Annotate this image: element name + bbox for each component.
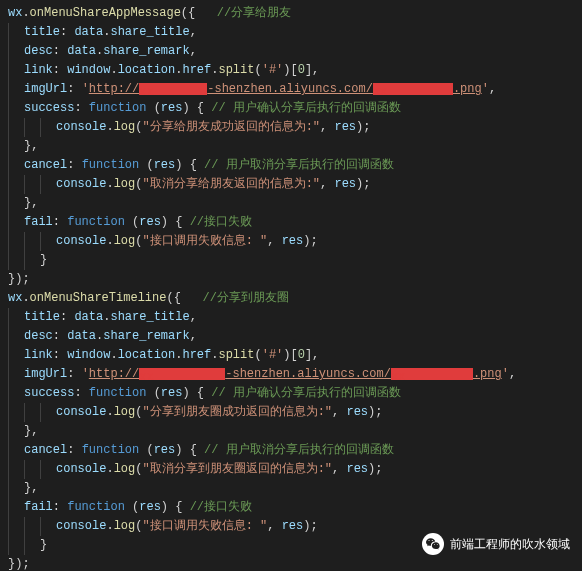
- redacted-text: xx: [139, 83, 207, 95]
- redacted-text: xx: [139, 368, 225, 380]
- code-line: link: window.location.href.split('#')[0]…: [0, 61, 582, 80]
- code-line: },: [0, 137, 582, 156]
- code-editor: wx.onMenuShareAppMessage({ //分享给朋友 title…: [0, 4, 582, 571]
- redacted-text: xx: [373, 83, 453, 95]
- wechat-icon: [422, 533, 444, 555]
- code-line: },: [0, 194, 582, 213]
- code-line: fail: function (res) { //接口失败: [0, 213, 582, 232]
- code-line: desc: data.share_remark,: [0, 42, 582, 61]
- code-line: console.log("取消分享到朋友圈返回的信息为:", res);: [0, 460, 582, 479]
- redacted-text: xx: [391, 368, 473, 380]
- url-link[interactable]: http://xx-shenzhen.aliyuncs.com/xx.png: [89, 367, 502, 381]
- code-line: });: [0, 555, 582, 571]
- code-line: }: [0, 251, 582, 270]
- code-line: console.log("分享到朋友圈成功返回的信息为:", res);: [0, 403, 582, 422]
- code-line: },: [0, 479, 582, 498]
- code-line: });: [0, 270, 582, 289]
- code-line: title: data.share_title,: [0, 308, 582, 327]
- code-line: success: function (res) { // 用户确认分享后执行的回…: [0, 384, 582, 403]
- code-line: console.log("接口调用失败信息: ", res);: [0, 232, 582, 251]
- code-line: desc: data.share_remark,: [0, 327, 582, 346]
- watermark-text: 前端工程师的吹水领域: [450, 536, 570, 553]
- code-line: success: function (res) { // 用户确认分享后执行的回…: [0, 99, 582, 118]
- code-line: fail: function (res) { //接口失败: [0, 498, 582, 517]
- code-line: title: data.share_title,: [0, 23, 582, 42]
- code-line: wx.onMenuShareTimeline({ //分享到朋友圈: [0, 289, 582, 308]
- code-line: cancel: function (res) { // 用户取消分享后执行的回调…: [0, 156, 582, 175]
- code-line: console.log("取消分享给朋友返回的信息为:", res);: [0, 175, 582, 194]
- code-line: wx.onMenuShareAppMessage({ //分享给朋友: [0, 4, 582, 23]
- code-line: console.log("分享给朋友成功返回的信息为:", res);: [0, 118, 582, 137]
- url-link[interactable]: http://xx-shenzhen.aliyuncs.com/xx.png: [89, 82, 482, 96]
- code-line: cancel: function (res) { // 用户取消分享后执行的回调…: [0, 441, 582, 460]
- watermark: 前端工程师的吹水领域: [422, 533, 570, 555]
- code-line: imgUrl: 'http://xx-shenzhen.aliyuncs.com…: [0, 365, 582, 384]
- code-line: link: window.location.href.split('#')[0]…: [0, 346, 582, 365]
- code-line: },: [0, 422, 582, 441]
- code-line: imgUrl: 'http://xx-shenzhen.aliyuncs.com…: [0, 80, 582, 99]
